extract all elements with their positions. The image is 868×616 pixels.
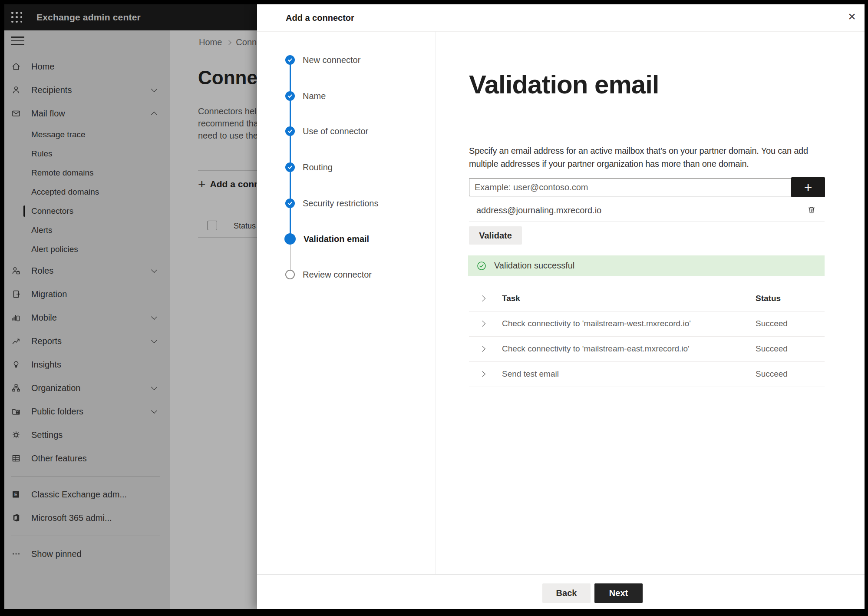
- close-icon[interactable]: ×: [844, 9, 860, 24]
- step-check-icon: [285, 91, 295, 101]
- step-review-connector[interactable]: Review connector: [285, 269, 372, 280]
- content-heading: Validation email: [469, 70, 659, 99]
- status-cell: Succeed: [756, 369, 788, 379]
- step-current-dot: [284, 233, 296, 245]
- stepper-divider: [436, 31, 436, 574]
- step-routing[interactable]: Routing: [285, 162, 333, 173]
- chevron-right-icon[interactable]: [479, 346, 485, 352]
- table-header-row: Task Status: [469, 286, 825, 311]
- step-name[interactable]: Name: [285, 90, 326, 102]
- validation-success-banner: Validation successful: [468, 255, 825, 276]
- divider: [469, 221, 825, 222]
- step-check-icon: [285, 126, 295, 136]
- back-button[interactable]: Back: [542, 583, 591, 603]
- task-column-header: Task: [502, 294, 520, 303]
- task-cell: Check connectivity to 'mailstream-east.m…: [502, 344, 690, 354]
- validate-button[interactable]: Validate: [469, 226, 522, 245]
- step-security-restrictions[interactable]: Security restrictions: [285, 198, 379, 209]
- table-row[interactable]: Send test email Succeed: [469, 361, 825, 387]
- status-column-header: Status: [756, 294, 781, 303]
- chevron-right-icon[interactable]: [479, 321, 485, 327]
- step-use-of-connector[interactable]: Use of connector: [285, 126, 368, 137]
- step-check-icon: [285, 162, 295, 172]
- chevron-right-icon[interactable]: [479, 371, 485, 377]
- stepper-track-complete: [290, 60, 291, 239]
- step-new-connector[interactable]: New connector: [285, 54, 360, 66]
- trash-icon[interactable]: [807, 205, 816, 215]
- step-check-icon: [285, 199, 295, 208]
- table-row[interactable]: Check connectivity to 'mailstream-west.m…: [469, 311, 825, 337]
- added-address-text: address@journaling.mxrecord.io: [476, 205, 601, 215]
- task-cell: Send test email: [502, 369, 559, 379]
- email-address-input[interactable]: [469, 178, 791, 196]
- content-description: Specify an email address for an active m…: [469, 144, 808, 170]
- step-upcoming-dot: [285, 270, 295, 279]
- step-validation-email[interactable]: Validation email: [285, 233, 369, 245]
- footer-divider: [257, 574, 865, 575]
- add-address-button[interactable]: +: [791, 177, 825, 197]
- add-connector-panel: Add a connector × New connector Name Use…: [257, 4, 865, 609]
- success-check-icon: [477, 261, 486, 271]
- success-message: Validation successful: [494, 261, 574, 271]
- status-cell: Succeed: [756, 344, 788, 354]
- plus-icon: +: [804, 179, 812, 195]
- panel-header-divider: [257, 31, 865, 32]
- table-row[interactable]: Check connectivity to 'mailstream-east.m…: [469, 336, 825, 362]
- status-cell: Succeed: [756, 319, 788, 328]
- chevron-right-icon[interactable]: [479, 295, 485, 301]
- panel-title: Add a connector: [286, 4, 354, 31]
- step-check-icon: [285, 55, 295, 65]
- next-button[interactable]: Next: [594, 583, 643, 603]
- task-cell: Check connectivity to 'mailstream-west.m…: [502, 319, 691, 328]
- modal-dim-overlay: [0, 0, 257, 616]
- added-address-row: address@journaling.mxrecord.io: [476, 202, 601, 219]
